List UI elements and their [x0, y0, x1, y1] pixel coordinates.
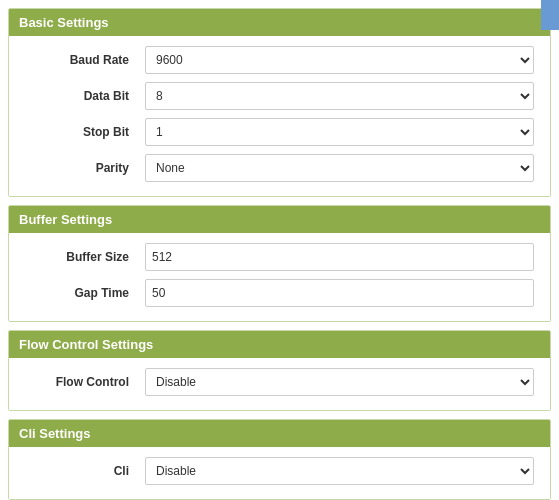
section-basic-settings: Basic SettingsBaud Rate12002400480096001… — [8, 8, 551, 197]
form-row-parity: ParityNoneOddEvenMarkSpace — [25, 154, 534, 182]
section-cli-settings: Cli SettingsCliDisableEnable — [8, 419, 551, 500]
control-wrap-baud-rate: 1200240048009600192003840057600115200 — [145, 46, 534, 74]
control-wrap-cli: DisableEnable — [145, 457, 534, 485]
form-row-cli: CliDisableEnable — [25, 457, 534, 485]
input-gap-time[interactable] — [145, 279, 534, 307]
form-row-gap-time: Gap Time — [25, 279, 534, 307]
form-row-baud-rate: Baud Rate1200240048009600192003840057600… — [25, 46, 534, 74]
section-flow-control-settings: Flow Control SettingsFlow ControlDisable… — [8, 330, 551, 411]
control-wrap-flow-control: DisableEnableRTS/CTSXON/XOFF — [145, 368, 534, 396]
section-header-cli-settings: Cli Settings — [9, 420, 550, 447]
page-wrapper: Basic SettingsBaud Rate12002400480096001… — [0, 0, 559, 500]
select-parity[interactable]: NoneOddEvenMarkSpace — [145, 154, 534, 182]
section-body-basic-settings: Baud Rate1200240048009600192003840057600… — [9, 36, 550, 196]
top-right-button[interactable] — [541, 0, 559, 30]
label-data-bit: Data Bit — [25, 89, 145, 103]
form-row-data-bit: Data Bit5678 — [25, 82, 534, 110]
label-stop-bit: Stop Bit — [25, 125, 145, 139]
label-cli: Cli — [25, 464, 145, 478]
form-row-buffer-size: Buffer Size — [25, 243, 534, 271]
label-flow-control: Flow Control — [25, 375, 145, 389]
select-flow-control[interactable]: DisableEnableRTS/CTSXON/XOFF — [145, 368, 534, 396]
control-wrap-stop-bit: 11.52 — [145, 118, 534, 146]
control-wrap-data-bit: 5678 — [145, 82, 534, 110]
select-cli[interactable]: DisableEnable — [145, 457, 534, 485]
section-header-buffer-settings: Buffer Settings — [9, 206, 550, 233]
control-wrap-parity: NoneOddEvenMarkSpace — [145, 154, 534, 182]
section-body-buffer-settings: Buffer SizeGap Time — [9, 233, 550, 321]
label-parity: Parity — [25, 161, 145, 175]
section-buffer-settings: Buffer SettingsBuffer SizeGap Time — [8, 205, 551, 322]
section-body-cli-settings: CliDisableEnable — [9, 447, 550, 499]
section-header-basic-settings: Basic Settings — [9, 9, 550, 36]
form-row-stop-bit: Stop Bit11.52 — [25, 118, 534, 146]
label-buffer-size: Buffer Size — [25, 250, 145, 264]
control-wrap-gap-time — [145, 279, 534, 307]
select-data-bit[interactable]: 5678 — [145, 82, 534, 110]
section-body-flow-control-settings: Flow ControlDisableEnableRTS/CTSXON/XOFF — [9, 358, 550, 410]
control-wrap-buffer-size — [145, 243, 534, 271]
label-gap-time: Gap Time — [25, 286, 145, 300]
select-baud-rate[interactable]: 1200240048009600192003840057600115200 — [145, 46, 534, 74]
label-baud-rate: Baud Rate — [25, 53, 145, 67]
select-stop-bit[interactable]: 11.52 — [145, 118, 534, 146]
input-buffer-size[interactable] — [145, 243, 534, 271]
section-header-flow-control-settings: Flow Control Settings — [9, 331, 550, 358]
form-row-flow-control: Flow ControlDisableEnableRTS/CTSXON/XOFF — [25, 368, 534, 396]
